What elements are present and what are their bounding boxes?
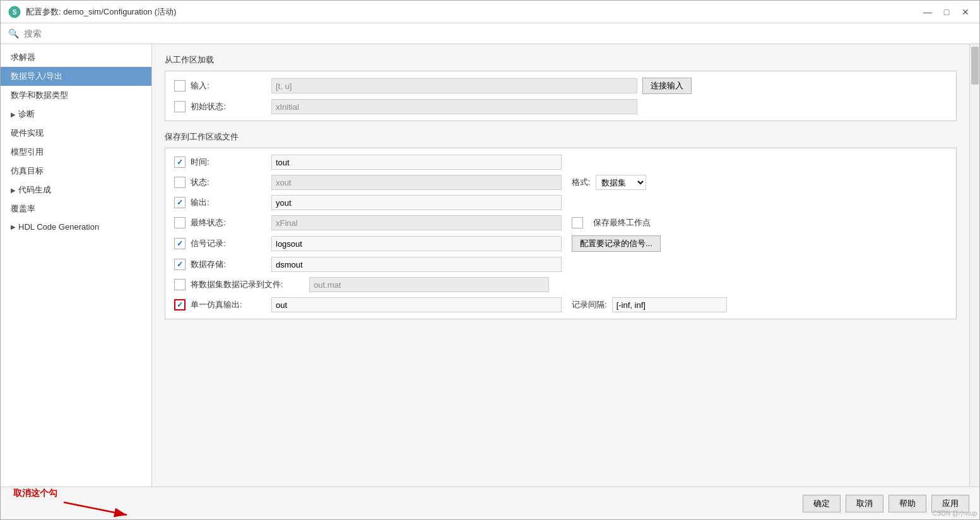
- minimize-button[interactable]: —: [921, 6, 934, 18]
- search-icon: 🔍: [8, 28, 19, 38]
- output-field[interactable]: [271, 195, 562, 210]
- sidebar-label-code-gen: 代码生成: [18, 184, 51, 196]
- load-section-title: 从工作区加载: [165, 54, 957, 66]
- signal-log-field[interactable]: [271, 236, 562, 251]
- state-field[interactable]: [271, 175, 562, 190]
- sidebar-item-hdl-code-gen[interactable]: ▶ HDL Code Generation: [1, 218, 151, 235]
- ok-button[interactable]: 确定: [803, 495, 841, 512]
- footer: 取消这个勾 确定 取消 帮助 应用 CSDN @小vtup: [1, 487, 979, 519]
- data-store-checkbox[interactable]: [174, 259, 186, 270]
- signal-log-checkbox[interactable]: [174, 238, 186, 249]
- save-section-box: 时间: 状态: 格式: 数据集: [165, 148, 957, 319]
- connect-input-button[interactable]: 连接输入: [642, 78, 692, 94]
- sidebar-label-diagnostics: 诊断: [18, 109, 35, 120]
- state-checkbox[interactable]: [174, 177, 186, 188]
- main-content: 求解器 数据导入/导出 数学和数据类型 ▶ 诊断 硬件实现 模型引用 仿真目标 …: [1, 44, 979, 487]
- search-input[interactable]: [24, 28, 972, 38]
- sidebar: 求解器 数据导入/导出 数学和数据类型 ▶ 诊断 硬件实现 模型引用 仿真目标 …: [1, 44, 152, 487]
- initial-state-field[interactable]: [271, 99, 637, 114]
- final-state-checkbox[interactable]: [174, 217, 186, 228]
- save-final-workpoint-checkbox[interactable]: [572, 217, 583, 228]
- annotation-arrow: [13, 499, 89, 518]
- sidebar-item-hardware[interactable]: 硬件实现: [1, 124, 151, 143]
- annotation-text: 取消这个勾: [13, 488, 57, 499]
- single-sim-out-label: 单一仿真输出:: [191, 299, 266, 310]
- expand-arrow-code-gen-icon: ▶: [11, 187, 16, 194]
- svg-text:S: S: [13, 9, 17, 16]
- record-interval-field[interactable]: [612, 297, 727, 312]
- time-row: 时间:: [174, 155, 947, 170]
- content-panel: 从工作区加载 输入: 连接输入 初始状态: 保存到工作区或文件: [152, 44, 969, 487]
- format-select[interactable]: 数据集: [596, 175, 646, 190]
- search-bar: 🔍: [1, 23, 979, 44]
- dataset-file-row: 将数据集数据记录到文件:: [174, 277, 947, 292]
- final-state-label: 最终状态:: [191, 217, 266, 228]
- output-label: 输出:: [191, 197, 266, 208]
- sidebar-item-model-ref[interactable]: 模型引用: [1, 143, 151, 162]
- input-checkbox[interactable]: [174, 80, 186, 92]
- signal-log-label: 信号记录:: [191, 238, 266, 249]
- title-bar: S 配置参数: demo_sim/Configuration (活动) — □ …: [1, 1, 979, 23]
- initial-state-row: 初始状态:: [174, 99, 947, 114]
- scrollbar-thumb[interactable]: [971, 47, 979, 85]
- save-final-label: 保存最终工作点: [593, 217, 651, 228]
- input-field[interactable]: [271, 78, 637, 93]
- output-row: 输出:: [174, 195, 947, 210]
- svg-line-3: [64, 502, 127, 515]
- watermark: CSDN @小vtup: [933, 509, 977, 518]
- dataset-file-checkbox[interactable]: [174, 279, 186, 290]
- time-label: 时间:: [191, 157, 266, 168]
- sidebar-label-hdl: HDL Code Generation: [18, 222, 99, 232]
- single-sim-out-field[interactable]: [271, 297, 562, 312]
- sidebar-item-diagnostics[interactable]: ▶ 诊断: [1, 105, 151, 124]
- cancel-button[interactable]: 取消: [846, 495, 883, 512]
- input-label: 输入:: [191, 80, 266, 92]
- format-label: 格式:: [572, 177, 591, 188]
- annotation-area: 取消这个勾: [13, 488, 89, 518]
- data-store-row: 数据存储:: [174, 257, 947, 272]
- final-state-field[interactable]: [271, 215, 562, 230]
- sidebar-item-math-data-types[interactable]: 数学和数据类型: [1, 86, 151, 105]
- state-row: 状态: 格式: 数据集: [174, 175, 947, 190]
- input-field-row: 输入: 连接输入: [174, 78, 947, 94]
- data-store-label: 数据存储:: [191, 259, 266, 270]
- final-state-row: 最终状态: 保存最终工作点: [174, 215, 947, 230]
- expand-arrow-icon: ▶: [11, 111, 16, 118]
- time-checkbox[interactable]: [174, 157, 186, 168]
- dataset-file-field[interactable]: [309, 277, 549, 292]
- sidebar-item-data-import-export[interactable]: 数据导入/导出: [1, 67, 151, 86]
- data-store-field[interactable]: [271, 257, 562, 272]
- help-button[interactable]: 帮助: [888, 495, 926, 512]
- load-section-box: 输入: 连接输入 初始状态:: [165, 71, 957, 121]
- single-sim-out-row: 单一仿真输出: 记录间隔:: [174, 297, 947, 312]
- sidebar-item-solver[interactable]: 求解器: [1, 48, 151, 67]
- single-sim-out-checkbox[interactable]: [174, 299, 186, 310]
- restore-button[interactable]: □: [940, 6, 953, 18]
- title-bar-left: S 配置参数: demo_sim/Configuration (活动): [8, 6, 176, 18]
- dataset-file-label: 将数据集数据记录到文件:: [191, 279, 304, 290]
- initial-state-label: 初始状态:: [191, 101, 266, 112]
- sidebar-item-code-gen[interactable]: ▶ 代码生成: [1, 180, 151, 199]
- sidebar-item-coverage[interactable]: 覆盖率: [1, 199, 151, 218]
- content-area: 从工作区加载 输入: 连接输入 初始状态: 保存到工作区或文件: [152, 44, 979, 487]
- state-label: 状态:: [191, 177, 266, 188]
- initial-state-checkbox[interactable]: [174, 101, 186, 112]
- close-button[interactable]: ✕: [959, 6, 972, 18]
- main-window: S 配置参数: demo_sim/Configuration (活动) — □ …: [0, 0, 980, 520]
- scrollbar[interactable]: [969, 44, 979, 487]
- time-field[interactable]: [271, 155, 562, 170]
- title-controls: — □ ✕: [921, 6, 972, 18]
- record-interval-label: 记录间隔:: [572, 299, 607, 310]
- config-signals-button[interactable]: 配置要记录的信号...: [572, 235, 661, 252]
- app-icon: S: [8, 6, 21, 18]
- signal-log-row: 信号记录: 配置要记录的信号...: [174, 235, 947, 252]
- sidebar-item-sim-target[interactable]: 仿真目标: [1, 162, 151, 180]
- window-title: 配置参数: demo_sim/Configuration (活动): [26, 6, 176, 18]
- expand-arrow-hdl-icon: ▶: [11, 223, 16, 230]
- save-section-title: 保存到工作区或文件: [165, 131, 957, 143]
- output-checkbox[interactable]: [174, 197, 186, 208]
